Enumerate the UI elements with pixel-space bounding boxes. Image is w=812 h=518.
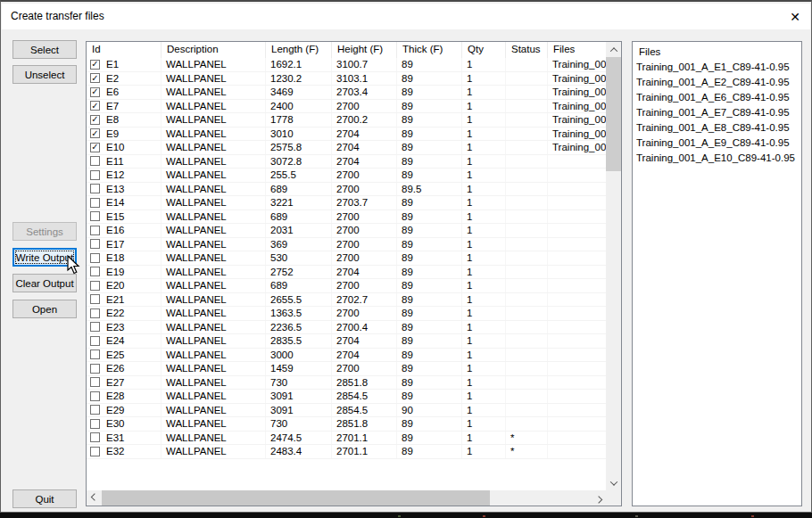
row-checkbox[interactable] <box>90 267 100 276</box>
table-row[interactable]: ✓E6WALLPANEL34692703.4891Training_00 <box>87 86 606 100</box>
write-output-button[interactable]: Write Output <box>12 248 77 267</box>
row-checkbox[interactable] <box>90 364 100 374</box>
row-checkbox[interactable] <box>90 294 100 304</box>
table-row[interactable]: E28WALLPANEL30912854.5891 <box>87 390 606 404</box>
row-checkbox-checked[interactable]: ✓ <box>90 128 100 138</box>
row-checkbox[interactable] <box>90 405 100 415</box>
horizontal-scrollbar[interactable] <box>87 490 606 506</box>
row-id-label: E24 <box>106 335 124 346</box>
row-checkbox[interactable] <box>90 308 100 318</box>
table-row[interactable]: E24WALLPANEL2835.52704891 <box>87 334 606 349</box>
table-row[interactable]: E25WALLPANEL30002704891 <box>87 349 606 363</box>
file-list-item[interactable]: Training_001_A_E2_C89-41-0.95 <box>633 76 801 91</box>
file-list-item[interactable]: Training_001_A_E9_C89-41-0.95 <box>633 136 801 152</box>
row-checkbox[interactable] <box>90 281 100 291</box>
row-checkbox[interactable] <box>90 211 100 221</box>
status-cell <box>506 251 548 265</box>
table-row[interactable]: ✓E10WALLPANEL2575.82704891Training_00 <box>87 141 606 155</box>
table-row[interactable]: ✓E2WALLPANEL1230.23103.1891Training_00 <box>87 72 606 86</box>
table-row[interactable]: E29WALLPANEL30912854.5901 <box>87 404 606 418</box>
table-row[interactable]: ✓E1WALLPANEL1692.13100.7891Training_00 <box>87 58 606 72</box>
row-checkbox-checked[interactable]: ✓ <box>90 60 100 70</box>
file-list-item[interactable]: Training_001_A_E7_C89-41-0.95 <box>633 106 801 121</box>
file-list-item[interactable]: Training_001_A_E1_C89-41-0.95 <box>633 61 801 76</box>
table-row[interactable]: E20WALLPANEL6892700891 <box>87 279 606 293</box>
row-checkbox[interactable] <box>90 349 100 359</box>
table-row[interactable]: E12WALLPANEL255.52700891 <box>87 169 606 183</box>
row-id-label: E21 <box>106 294 124 305</box>
table-row[interactable]: E17WALLPANEL3692700891 <box>87 238 606 252</box>
table-row[interactable]: E32WALLPANEL2483.42701.1891* <box>87 445 606 459</box>
table-row[interactable]: E13WALLPANEL689270089.51 <box>87 183 606 197</box>
scroll-right-icon[interactable] <box>591 490 606 506</box>
column-header-length-f[interactable]: Length (F) <box>266 42 332 58</box>
row-checkbox[interactable] <box>90 391 100 401</box>
scrollbar-corner <box>606 490 621 506</box>
column-header-files[interactable]: Files <box>548 42 606 58</box>
clear-output-button[interactable]: Clear Output <box>12 274 77 292</box>
description-cell: WALLPANEL <box>162 321 266 334</box>
table-row[interactable]: E19WALLPANEL27522704891 <box>87 266 606 280</box>
row-checkbox-checked[interactable]: ✓ <box>90 115 100 125</box>
id-cell: ✓E2 <box>87 72 162 86</box>
row-checkbox[interactable] <box>90 419 100 429</box>
row-checkbox-checked[interactable]: ✓ <box>90 143 100 152</box>
column-header-id[interactable]: Id <box>87 42 162 58</box>
table-row[interactable]: E15WALLPANEL6892700891 <box>87 210 606 225</box>
column-header-status[interactable]: Status <box>506 42 548 58</box>
row-id-label: E32 <box>106 446 124 456</box>
open-button[interactable]: Open <box>12 300 77 318</box>
table-row[interactable]: E16WALLPANEL20312700891 <box>87 224 606 238</box>
table-row[interactable]: E26WALLPANEL14592700891 <box>87 362 606 376</box>
row-checkbox[interactable] <box>90 432 100 442</box>
row-checkbox[interactable] <box>90 184 100 193</box>
row-checkbox-checked[interactable]: ✓ <box>90 101 100 111</box>
table-row[interactable]: E30WALLPANEL7302851.8891 <box>87 417 606 432</box>
table-row[interactable]: E11WALLPANEL3072.82704891 <box>87 155 606 169</box>
row-checkbox-checked[interactable]: ✓ <box>90 73 100 83</box>
column-header-qty[interactable]: Qty <box>462 42 506 58</box>
close-icon[interactable]: ✕ <box>785 7 805 27</box>
horizontal-scrollbar-thumb[interactable] <box>102 490 490 506</box>
column-header-thick-f[interactable]: Thick (F) <box>397 42 462 58</box>
status-cell <box>506 127 548 141</box>
select-button[interactable]: Select <box>12 40 77 59</box>
unselect-button[interactable]: Unselect <box>12 65 77 84</box>
row-checkbox[interactable] <box>90 336 100 346</box>
scroll-up-icon[interactable] <box>606 42 621 57</box>
table-row[interactable]: ✓E8WALLPANEL17782700.2891Training_00 <box>87 113 606 127</box>
row-checkbox[interactable] <box>90 377 100 387</box>
row-checkbox[interactable] <box>90 447 100 456</box>
id-cell: E14 <box>87 196 162 210</box>
row-checkbox[interactable] <box>90 253 100 263</box>
scroll-left-icon[interactable] <box>87 490 102 506</box>
table-row[interactable]: E31WALLPANEL2474.52701.1891* <box>87 432 606 446</box>
file-list-item[interactable]: Training_001_A_E8_C89-41-0.95 <box>633 121 801 136</box>
scroll-down-icon[interactable] <box>606 475 621 490</box>
table-row[interactable]: ✓E9WALLPANEL30102704891Training_00 <box>87 127 606 142</box>
row-checkbox[interactable] <box>90 239 100 249</box>
table-row[interactable]: E18WALLPANEL5302700891 <box>87 251 606 266</box>
files-cell <box>548 334 606 348</box>
table-row[interactable]: E27WALLPANEL7302851.8891 <box>87 376 606 391</box>
file-list-item[interactable]: Training_001_A_E10_C89-41-0.95 <box>633 152 801 167</box>
quit-button[interactable]: Quit <box>12 489 77 508</box>
vertical-scrollbar-thumb[interactable] <box>606 57 621 171</box>
column-header-height-f[interactable]: Height (F) <box>332 42 397 58</box>
row-checkbox[interactable] <box>90 170 100 180</box>
vertical-scrollbar[interactable] <box>606 42 621 490</box>
table-row[interactable]: E23WALLPANEL2236.52700.4891 <box>87 321 606 335</box>
table-row[interactable]: ✓E7WALLPANEL24002700891Training_00 <box>87 100 606 114</box>
row-checkbox-checked[interactable]: ✓ <box>90 87 100 97</box>
column-header-description[interactable]: Description <box>162 42 266 58</box>
table-row[interactable]: E14WALLPANEL32212703.7891 <box>87 196 606 210</box>
row-checkbox[interactable] <box>90 156 100 166</box>
length-cell: 2031 <box>266 224 332 237</box>
row-checkbox[interactable] <box>90 226 100 235</box>
file-list-item[interactable]: Training_001_A_E6_C89-41-0.95 <box>633 91 801 106</box>
row-checkbox[interactable] <box>90 322 100 332</box>
table-row[interactable]: E21WALLPANEL2655.52702.7891 <box>87 293 606 308</box>
table-row[interactable]: E22WALLPANEL1363.52700891 <box>87 307 606 321</box>
id-cell: E25 <box>87 349 162 362</box>
row-checkbox[interactable] <box>90 198 100 208</box>
